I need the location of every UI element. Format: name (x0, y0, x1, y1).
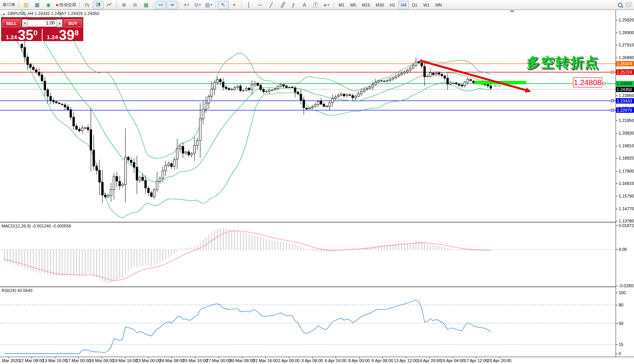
tf-button-W1[interactable]: W1 (420, 1, 432, 9)
tf-button-M15[interactable]: M15 (359, 1, 372, 9)
price-level-badge[interactable]: 1.23433 (616, 98, 634, 104)
rsi-tick (616, 293, 618, 293)
line-handle (611, 109, 614, 111)
chart-shift-button[interactable]: ↦ (155, 1, 166, 9)
macd-tick-label: 0.00 (619, 247, 627, 252)
tile-windows-button[interactable]: ▩ (141, 1, 152, 9)
text-icon: A (303, 2, 306, 7)
chart-ohlc-quote: 1.24332 1.24357 1.24329 1.24350 (35, 11, 99, 16)
price-tick-label: 1.27910 (619, 43, 634, 47)
volume-input[interactable]: 1.00 (28, 20, 56, 27)
price-tick-label: 1.23860 (619, 93, 634, 98)
chat-icon[interactable] (626, 3, 631, 7)
symbol-dropdown-icon[interactable]: ▲ (2, 12, 5, 16)
trend-arrow[interactable] (420, 61, 530, 91)
autotrade-button[interactable]: ● 自动交易 (54, 1, 78, 9)
chart-annotation-text[interactable]: 多空转折点 (526, 53, 599, 72)
line-handle (603, 82, 605, 85)
horizontal-line-tool-button[interactable]: ─ (255, 1, 265, 9)
buy-button[interactable]: BUY (64, 19, 82, 27)
arrows-tool-button[interactable]: ▸▾ (321, 1, 332, 9)
vertical-line-icon: │ (247, 2, 250, 7)
templates-button[interactable]: ▨▾ (203, 1, 214, 9)
sell-price[interactable]: 1.24 35 0 (2, 28, 42, 42)
text-label-tool-button[interactable]: T (310, 1, 321, 9)
tf-button-M30[interactable]: M30 (373, 1, 387, 9)
new-order-label: 新订单 (3, 2, 15, 8)
terminal-button[interactable]: ◉ (43, 1, 54, 9)
toolbar-separator (116, 2, 117, 8)
rsi-line (5, 300, 491, 354)
price-tick-label: 1.14770 (619, 206, 634, 211)
navigator-button[interactable]: ▦ (32, 1, 43, 9)
price-tick (616, 183, 618, 184)
price-axis[interactable]: 1.299201.289001.279101.268901.258701.248… (616, 10, 634, 357)
channel-icon: ╱╱ (281, 2, 284, 7)
macd-chart[interactable] (0, 223, 616, 287)
hline-handles[interactable] (603, 71, 614, 111)
toolbar-separator (18, 2, 19, 8)
price-chart[interactable] (0, 10, 616, 222)
autotrade-label: 自动交易 (59, 2, 76, 8)
price-tick-label: 1.13780 (619, 219, 634, 223)
rsi-panel-separator[interactable] (0, 286, 616, 287)
volume-increase-button[interactable]: ▲ (56, 19, 63, 27)
tf-button-H1[interactable]: H1 (387, 1, 398, 9)
buy-price[interactable]: 1.24 39 8 (43, 28, 83, 42)
chevron-down-icon: ▾ (211, 3, 212, 7)
price-tick-label: 1.19810 (619, 143, 634, 148)
bar-chart-button[interactable] (82, 1, 92, 9)
time-axis[interactable]: 11 Mar 202012 Mar 08:0013 Mar 16:0017 Ma… (0, 357, 634, 364)
horizontal-lines[interactable] (0, 64, 616, 110)
rsi-tick-label: 0 (619, 351, 621, 356)
volume-decrease-button[interactable]: ▼ (22, 19, 28, 27)
chart-shift-marker[interactable] (509, 10, 515, 13)
rsi-tick-label: 50 (619, 321, 623, 326)
macd-histogram (5, 228, 491, 283)
tf-button-H4[interactable]: H4 (398, 1, 409, 9)
market-watch-button[interactable]: ▤ (21, 1, 31, 9)
line-chart-button[interactable] (104, 1, 115, 9)
price-tick-label: 1.18820 (619, 156, 634, 160)
tf-button-D1[interactable]: D1 (409, 1, 420, 9)
zoom-out-icon: ⊖ (133, 2, 137, 7)
timeframe-group: M1M5M15M30H1H4D1W1MN (336, 1, 445, 9)
rsi-label: RSI(14) 43.5643 (2, 288, 33, 293)
price-tick-label: 1.26890 (619, 55, 634, 60)
sell-button[interactable]: SELL (2, 19, 21, 27)
rsi-chart[interactable] (0, 287, 616, 357)
zoom-out-button[interactable]: ⊖ (130, 1, 140, 9)
cursor-tool-button[interactable]: ↖ (218, 1, 229, 9)
tf-button-M1[interactable]: M1 (336, 1, 347, 9)
indicators-button[interactable]: +▾ (181, 1, 192, 9)
channel-tool-button[interactable]: ╱╱ (277, 1, 288, 9)
periods-button[interactable]: ⊙▾ (192, 1, 203, 9)
vertical-line-tool-button[interactable]: │ (244, 1, 254, 9)
price-level-badge[interactable]: 1.26404 (616, 61, 634, 66)
crosshair-icon: + (233, 2, 236, 7)
trendline-tool-button[interactable]: ╱ (266, 1, 277, 9)
search-icon[interactable] (618, 3, 622, 7)
tf-button-M5[interactable]: M5 (347, 1, 359, 9)
price-tick-label: 1.17800 (619, 169, 634, 173)
macd-panel-separator[interactable] (0, 222, 616, 223)
clock-icon: ⊙ (194, 2, 198, 7)
price-tick (616, 158, 618, 158)
price-tick-label: 1.20830 (619, 131, 634, 135)
price-level-badge[interactable]: 1.24808 (616, 81, 634, 86)
price-level-badge[interactable]: 1.25724 (616, 69, 634, 75)
price-level-badge[interactable]: 1.22670 (616, 107, 634, 113)
text-tool-button[interactable]: A (299, 1, 310, 9)
trade-panel-controls: SELL ▼ 1.00 ▲ BUY (2, 18, 83, 28)
price-callout-label[interactable]: 1.24808 (573, 77, 602, 87)
tf-button-MN[interactable]: MN (433, 1, 445, 9)
new-order-button[interactable]: 新订单 (1, 1, 17, 9)
crosshair-tool-button[interactable]: + (229, 1, 240, 9)
candlestick-chart-button[interactable] (93, 1, 104, 9)
fibonacci-tool-button[interactable]: ƒ (288, 1, 299, 9)
toolbar-separator (79, 2, 80, 8)
zoom-in-button[interactable]: ⊕ (119, 1, 129, 9)
rsi-tick (616, 354, 618, 354)
auto-scroll-button[interactable]: ↠ (166, 1, 177, 9)
rsi-tick (616, 305, 618, 305)
